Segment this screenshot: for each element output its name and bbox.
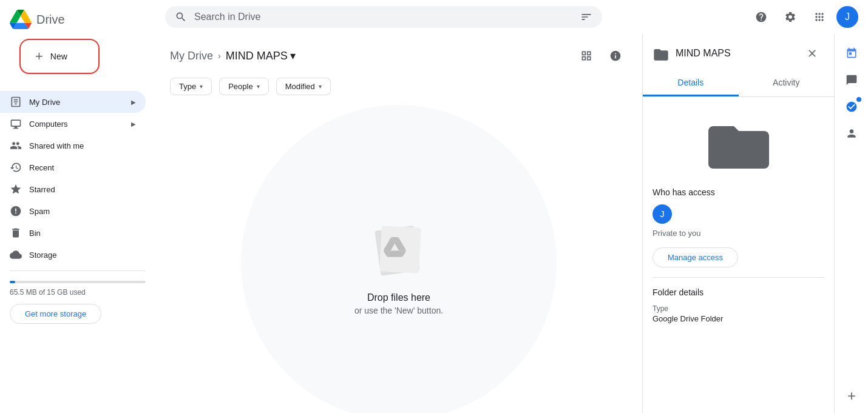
settings-button[interactable] <box>778 5 802 29</box>
panel-folder-icon <box>653 46 670 61</box>
filter-type-chevron: ▾ <box>200 83 203 90</box>
grid-icon <box>580 50 592 62</box>
new-button[interactable]: + New <box>19 39 100 74</box>
storage-section: 65.5 MB of 15 GB used Get more storage <box>0 276 155 334</box>
drop-zone-title: Drop files here <box>367 292 430 303</box>
cloud-icon <box>10 249 22 261</box>
google-apps-icon <box>813 11 826 23</box>
filter-modified-label: Modified <box>285 82 315 91</box>
drop-zone-subtitle: or use the 'New' button. <box>354 306 443 315</box>
strip-chat-icon[interactable] <box>839 68 864 92</box>
tab-details[interactable]: Details <box>643 70 739 96</box>
tasks-badge <box>856 97 861 102</box>
breadcrumb-my-drive[interactable]: My Drive <box>170 50 213 62</box>
storage-bar-fill <box>10 281 15 283</box>
access-private-label: Private to you <box>653 229 824 238</box>
grid-view-button[interactable] <box>574 44 598 68</box>
clock-icon <box>10 161 22 173</box>
breadcrumb-chevron: ▾ <box>290 49 296 62</box>
computers-chevron: ▶ <box>131 121 136 127</box>
filter-people-label: People <box>228 82 253 91</box>
sidebar-item-storage-label: Storage <box>29 250 57 260</box>
panel-tabs: Details Activity <box>643 70 834 97</box>
apps-button[interactable] <box>807 5 832 29</box>
sidebar-item-storage[interactable]: Storage <box>0 244 146 266</box>
sidebar: Drive + New My Drive ▶ Computers ▶ <box>0 0 155 413</box>
right-strip <box>834 34 868 413</box>
manage-access-button[interactable]: Manage access <box>653 247 738 267</box>
sidebar-item-shared-label: Shared with me <box>29 141 84 150</box>
drop-files-icon <box>362 210 435 283</box>
empty-folder-illustration <box>362 210 435 283</box>
contacts-icon <box>846 127 858 139</box>
sidebar-item-spam[interactable]: Spam <box>0 200 146 222</box>
search-input[interactable] <box>194 12 573 22</box>
storage-bar-background <box>10 281 146 283</box>
search-bar[interactable] <box>165 6 602 28</box>
info-icon <box>609 50 622 62</box>
topbar-icons: J <box>749 5 858 29</box>
panel-body: Who has access J Private to you Manage a… <box>643 97 834 338</box>
panel-header-left: MIND MAPS <box>653 46 731 61</box>
avatar[interactable]: J <box>836 6 858 28</box>
info-button[interactable] <box>603 44 628 68</box>
access-user: J <box>653 204 824 224</box>
breadcrumb-current[interactable]: MIND MAPS ▾ <box>226 49 296 62</box>
filter-modified-chevron: ▾ <box>319 83 322 90</box>
topbar: J <box>155 0 868 34</box>
sidebar-item-bin-label: Bin <box>29 229 41 238</box>
people-icon <box>10 139 22 152</box>
content-wrapper: My Drive › MIND MAPS ▾ <box>155 34 868 413</box>
sidebar-item-starred[interactable]: Starred <box>0 178 146 200</box>
access-title: Who has access <box>653 187 824 197</box>
access-section: Who has access J Private to you Manage a… <box>653 187 824 267</box>
tab-activity[interactable]: Activity <box>739 70 835 96</box>
help-button[interactable] <box>749 5 773 29</box>
search-icon <box>175 11 187 23</box>
search-filter-icon[interactable] <box>580 11 592 23</box>
strip-calendar-icon[interactable] <box>839 41 864 65</box>
my-drive-chevron: ▶ <box>131 99 136 106</box>
panel-header: MIND MAPS <box>643 34 834 65</box>
strip-tasks-icon[interactable] <box>839 95 864 119</box>
breadcrumb-separator: › <box>218 51 221 61</box>
sidebar-item-computers[interactable]: Computers ▶ <box>0 113 146 135</box>
strip-contacts-icon[interactable] <box>839 121 864 146</box>
breadcrumb-current-label: MIND MAPS <box>226 50 288 62</box>
get-more-storage-button[interactable]: Get more storage <box>10 304 101 324</box>
drop-circle: Drop files here or use the 'New' button. <box>241 105 557 413</box>
panel-divider <box>653 277 824 278</box>
folder-details-title: Folder details <box>653 287 824 297</box>
right-panel: MIND MAPS Details Activity <box>642 34 834 413</box>
close-icon <box>806 47 818 59</box>
strip-add-icon[interactable] <box>839 384 864 408</box>
chat-icon <box>846 74 858 86</box>
new-button-label: New <box>50 52 67 61</box>
filter-type[interactable]: Type ▾ <box>170 78 212 95</box>
filter-type-label: Type <box>179 82 196 91</box>
panel-close-button[interactable] <box>800 41 824 65</box>
star-icon <box>10 183 22 195</box>
calendar-icon <box>846 47 858 59</box>
sidebar-item-computers-label: Computers <box>29 119 68 129</box>
sidebar-item-my-drive[interactable]: My Drive ▶ <box>0 91 146 113</box>
breadcrumb: My Drive › MIND MAPS ▾ <box>170 49 296 62</box>
folder-preview <box>653 107 824 183</box>
sidebar-divider <box>10 270 146 271</box>
spam-icon <box>10 205 22 217</box>
detail-type-value: Google Drive Folder <box>653 314 824 323</box>
sidebar-item-recent[interactable]: Recent <box>0 156 146 178</box>
detail-type-label: Type <box>653 304 824 313</box>
filter-modified[interactable]: Modified ▾ <box>276 78 331 95</box>
sidebar-item-bin[interactable]: Bin <box>0 222 146 244</box>
detail-type: Type Google Drive Folder <box>653 304 824 323</box>
filter-people[interactable]: People ▾ <box>219 78 268 95</box>
main-area: J My Drive › MIND MAPS ▾ <box>155 0 868 413</box>
computers-icon <box>10 118 22 130</box>
drop-zone: Drop files here or use the 'New' button. <box>165 105 632 413</box>
folder-preview-icon <box>708 121 769 173</box>
breadcrumb-actions <box>574 44 628 68</box>
folder-details: Folder details Type Google Drive Folder <box>653 287 824 323</box>
sidebar-item-recent-label: Recent <box>29 163 54 172</box>
sidebar-item-shared[interactable]: Shared with me <box>0 135 146 156</box>
